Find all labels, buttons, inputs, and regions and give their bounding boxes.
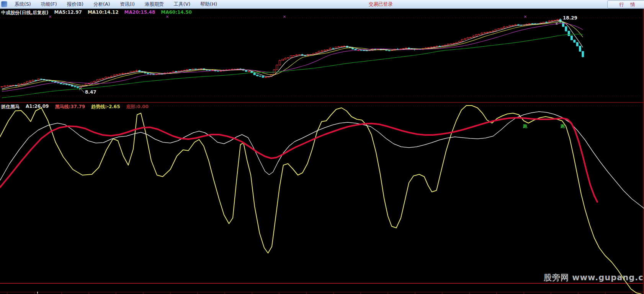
candle-body: [335, 47, 337, 49]
candle-body: [63, 84, 65, 84]
candle-body: [489, 32, 491, 32]
candle-body: [259, 76, 261, 76]
title-row-part-3: MA20:15.48: [124, 10, 155, 16]
candlestick-plot: [1, 19, 584, 98]
candle-body: [105, 77, 107, 78]
x-mark: ×: [283, 15, 286, 19]
candle-body: [85, 84, 87, 85]
candle-body: [1, 86, 3, 87]
candle-body: [304, 55, 306, 56]
candle-body: [512, 25, 514, 26]
menu-item-info[interactable]: 资讯(I): [115, 0, 139, 8]
candle-body: [388, 50, 390, 51]
quote-panel-button[interactable]: 行 情: [607, 0, 644, 8]
candle-body: [65, 84, 67, 84]
candle-body: [506, 27, 508, 27]
candle-body: [26, 81, 28, 83]
candle-body: [579, 46, 581, 51]
run-mark: 跑: [560, 124, 565, 129]
candle-body: [315, 53, 317, 54]
menu-item-function[interactable]: 功能(F): [36, 0, 62, 8]
indicator-plot: [0, 106, 644, 294]
candle-body: [279, 60, 281, 65]
candle-body: [529, 24, 531, 24]
candle-body: [206, 70, 208, 70]
candle-body: [492, 31, 494, 32]
app-logo-icon: [1, 1, 7, 7]
candle-body: [399, 49, 401, 49]
candle-body: [546, 22, 548, 23]
candle-body: [329, 48, 331, 50]
candle-body: [29, 81, 31, 82]
candle-body: [475, 35, 477, 36]
run-mark: 跑: [523, 124, 528, 129]
candle-body: [54, 82, 56, 83]
menu-item-help[interactable]: 帮助(H): [195, 0, 222, 8]
candle-body: [312, 54, 314, 54]
candle-body: [284, 58, 286, 59]
candle-body: [276, 65, 278, 70]
candle-body: [498, 29, 500, 29]
menu-item-tools[interactable]: 工具(V): [169, 0, 195, 8]
menu-item-quote[interactable]: 报价(B): [62, 0, 88, 8]
candle-body: [172, 71, 174, 73]
candle-body: [287, 58, 289, 58]
candle-body: [570, 36, 572, 40]
candle-body: [282, 59, 284, 60]
menu-items: 系统(S)功能(F)报价(B)分析(A)资讯(I)港股期货工具(V)帮助(H): [10, 0, 222, 8]
candle-body: [21, 84, 23, 84]
candle-body: [110, 76, 112, 77]
candle-body: [467, 37, 469, 39]
candle-body: [481, 33, 483, 34]
candle-body: [324, 50, 325, 51]
candle-body: [293, 55, 295, 56]
candle-body: [7, 86, 8, 86]
ind-row-part-3: 趋势线:-2.65: [91, 104, 120, 110]
candle-body: [445, 45, 446, 46]
low-price-annotation: 8.47: [85, 89, 96, 95]
candle-body: [484, 32, 485, 33]
candle-body: [257, 75, 258, 76]
candle-body: [436, 46, 438, 47]
menu-item-analysis[interactable]: 分析(A): [88, 0, 115, 8]
candle-body: [453, 43, 455, 44]
candle-body: [248, 71, 250, 72]
candle-body: [186, 70, 188, 70]
candle-body: [338, 47, 340, 47]
candle-body: [32, 80, 34, 81]
candle-body: [464, 39, 466, 39]
ind-row-part-2: 黑马线:37.79: [55, 104, 85, 110]
candle-body: [296, 55, 297, 55]
candle-body: [130, 71, 132, 73]
candle-body: [458, 41, 460, 42]
menu-item-system[interactable]: 系统(S): [10, 0, 36, 8]
candle-body: [447, 44, 449, 45]
candle-body: [96, 80, 98, 81]
candle-body: [450, 44, 452, 44]
candle-body: [363, 50, 365, 51]
indicator-title: 抓住黑马A1:26.09黑马线:37.79趋势线:-2.65底部:0.00: [1, 104, 155, 110]
candle-body: [136, 70, 137, 71]
candle-body: [321, 51, 323, 51]
candle-body: [461, 39, 463, 41]
candle-body: [262, 76, 264, 77]
candle-body: [23, 83, 25, 84]
ind-row-part-1: A1:26.09: [26, 104, 49, 110]
candle-body: [576, 42, 578, 46]
candle-body: [428, 47, 430, 48]
candle-body: [175, 71, 177, 72]
candle-body: [332, 48, 334, 49]
candle-body: [543, 22, 544, 23]
candle-body: [470, 37, 472, 37]
candle-body: [433, 47, 435, 47]
candle-body: [290, 56, 292, 58]
candle-body: [551, 20, 553, 21]
candle-body: [124, 73, 126, 74]
candle-body: [478, 34, 480, 34]
menu-item-hk-futures[interactable]: 港股期货: [140, 0, 169, 8]
candle-body: [515, 24, 517, 25]
candle-body: [68, 85, 70, 85]
candle-body: [71, 85, 73, 86]
candle-body: [77, 87, 78, 88]
candle-body: [582, 51, 584, 57]
